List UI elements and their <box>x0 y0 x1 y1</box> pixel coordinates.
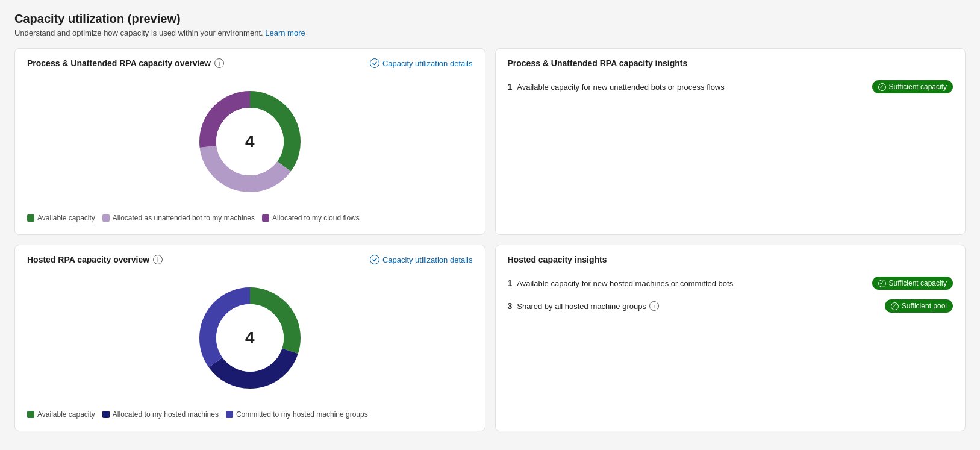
hosted-legend-dot-1 <box>102 411 110 418</box>
dashboard-grid: Process & Unattended RPA capacity overvi… <box>14 48 966 431</box>
process-legend: Available capacity Allocated as unattend… <box>27 214 473 222</box>
hosted-insight-number-0: 1 <box>508 278 513 288</box>
process-donut-chart-area: 4 <box>27 75 473 211</box>
process-overview-header: Process & Unattended RPA capacity overvi… <box>27 58 473 68</box>
hosted-donut-container: 4 <box>190 278 310 398</box>
process-overview-details-label: Capacity utilization details <box>382 59 473 68</box>
hosted-insight-row-1: 3 Shared by all hosted machine groups i … <box>508 299 953 313</box>
process-insights-title: Process & Unattended RPA capacity insigh… <box>508 58 953 68</box>
process-insight-badge-label-0: Sufficient capacity <box>889 83 947 91</box>
process-legend-item-1: Allocated as unattended bot to my machin… <box>102 214 255 222</box>
hosted-insight-badge-1: ✓ Sufficient pool <box>885 299 953 313</box>
process-overview-check-icon <box>370 58 379 68</box>
hosted-overview-header: Hosted RPA capacity overview i Capacity … <box>27 255 473 264</box>
process-insight-badge-check-0: ✓ <box>878 83 886 91</box>
hosted-overview-details-label: Capacity utilization details <box>382 255 473 264</box>
hosted-insight-badge-check-0: ✓ <box>878 280 886 287</box>
hosted-insight-text-1: Shared by all hosted machine groups <box>517 302 646 311</box>
process-overview-card: Process & Unattended RPA capacity overvi… <box>14 48 485 235</box>
hosted-donut-center-value: 4 <box>245 328 255 348</box>
process-legend-item-2: Allocated to my cloud flows <box>262 214 360 222</box>
page-title: Capacity utilization (preview) <box>14 12 966 26</box>
process-insight-row-0: 1 Available capacity for new unattended … <box>508 80 953 93</box>
process-overview-title-group: Process & Unattended RPA capacity overvi… <box>27 58 224 68</box>
hosted-insight-badge-label-1: Sufficient pool <box>902 302 947 310</box>
process-legend-item-0: Available capacity <box>27 214 95 222</box>
process-overview-info-icon[interactable]: i <box>214 58 224 68</box>
hosted-insight-badge-0: ✓ Sufficient capacity <box>872 277 953 290</box>
process-legend-label-1: Allocated as unattended bot to my machin… <box>113 214 255 222</box>
hosted-insight-left-1: 3 Shared by all hosted machine groups i <box>508 301 878 311</box>
process-donut-center-value: 4 <box>245 132 255 151</box>
hosted-overview-details-link[interactable]: Capacity utilization details <box>370 255 473 264</box>
hosted-donut-chart-area: 4 <box>27 272 473 408</box>
process-donut-container: 4 <box>190 81 310 202</box>
page-subtitle: Understand and optimize how capacity is … <box>14 28 966 37</box>
hosted-legend-item-2: Committed to my hosted machine groups <box>226 410 368 419</box>
hosted-insight-text-0: Available capacity for new hosted machin… <box>517 279 733 288</box>
hosted-legend-label-0: Available capacity <box>37 410 95 419</box>
process-legend-dot-0 <box>27 214 34 222</box>
hosted-insight-info-icon-1[interactable]: i <box>649 301 659 311</box>
process-legend-dot-2 <box>262 214 269 222</box>
hosted-legend: Available capacity Allocated to my hoste… <box>27 410 473 419</box>
hosted-legend-dot-2 <box>226 411 233 418</box>
hosted-legend-label-1: Allocated to my hosted machines <box>113 410 219 419</box>
hosted-legend-item-0: Available capacity <box>27 410 95 419</box>
hosted-insight-left-0: 1 Available capacity for new hosted mach… <box>508 278 865 288</box>
hosted-overview-check-icon <box>370 255 379 264</box>
hosted-insight-badge-check-1: ✓ <box>891 302 899 310</box>
process-legend-label-2: Allocated to my cloud flows <box>272 214 360 222</box>
hosted-insights-title: Hosted capacity insights <box>508 255 953 264</box>
process-insights-card: Process & Unattended RPA capacity insigh… <box>495 48 966 235</box>
hosted-legend-label-2: Committed to my hosted machine groups <box>236 410 368 419</box>
hosted-insight-badge-label-0: Sufficient capacity <box>889 279 947 287</box>
learn-more-link[interactable]: Learn more <box>265 28 305 37</box>
hosted-insights-card: Hosted capacity insights 1 Available cap… <box>495 245 966 431</box>
process-insight-text-0: Available capacity for new unattended bo… <box>517 83 724 92</box>
process-insight-number-0: 1 <box>508 82 513 92</box>
hosted-overview-info-icon[interactable]: i <box>153 255 163 264</box>
process-legend-dot-1 <box>102 214 110 222</box>
hosted-insight-number-1: 3 <box>508 301 513 311</box>
hosted-legend-item-1: Allocated to my hosted machines <box>102 410 219 419</box>
process-overview-details-link[interactable]: Capacity utilization details <box>370 58 473 68</box>
process-overview-title: Process & Unattended RPA capacity overvi… <box>27 58 211 68</box>
process-insight-left-0: 1 Available capacity for new unattended … <box>508 82 865 92</box>
hosted-overview-card: Hosted RPA capacity overview i Capacity … <box>14 245 485 431</box>
hosted-legend-dot-0 <box>27 411 34 418</box>
hosted-insight-text-group-1: Shared by all hosted machine groups i <box>517 301 659 311</box>
process-insight-badge-0: ✓ Sufficient capacity <box>872 80 953 93</box>
hosted-insight-row-0: 1 Available capacity for new hosted mach… <box>508 277 953 290</box>
hosted-overview-title-group: Hosted RPA capacity overview i <box>27 255 163 264</box>
hosted-overview-title: Hosted RPA capacity overview <box>27 255 149 264</box>
process-legend-label-0: Available capacity <box>37 214 95 222</box>
